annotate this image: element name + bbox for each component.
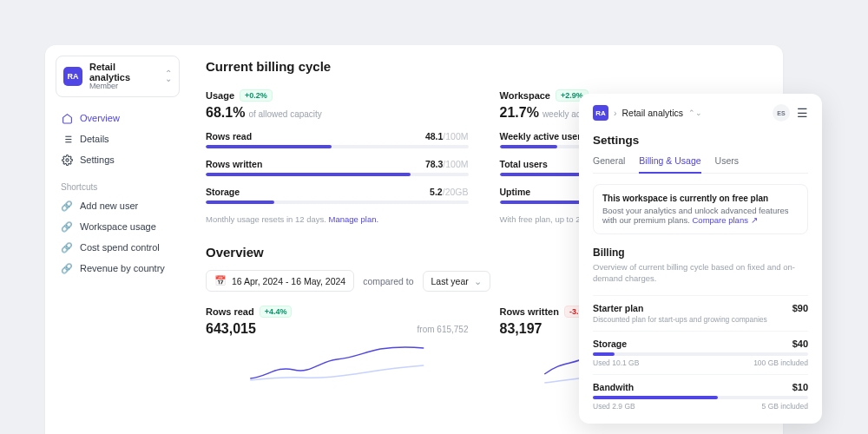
link-icon: 🔗 xyxy=(61,262,73,274)
workspace-badge: RA xyxy=(63,67,82,86)
chevron-down-icon: ⌄ xyxy=(474,276,482,286)
usage-note: Monthly usage resets in 12 days. Manage … xyxy=(206,214,469,224)
breadcrumb-name: Retail analytics xyxy=(622,108,684,118)
nav-label: Details xyxy=(80,134,109,144)
storage-usage-bar xyxy=(593,352,808,356)
link-icon: 🔗 xyxy=(61,220,73,233)
chevron-updown-icon: ⌃⌄ xyxy=(165,71,172,82)
workspace-label: Workspace xyxy=(500,90,551,101)
calendar-icon: 📅 xyxy=(214,275,227,286)
svg-point-6 xyxy=(65,158,68,161)
rows-read-sparkline xyxy=(206,344,469,387)
plan-starter: Starter plan Discounted plan for start-u… xyxy=(593,295,808,331)
settings-tabs: General Billing & Usage Users xyxy=(593,155,808,174)
rows-read-bar xyxy=(206,145,469,148)
gear-icon xyxy=(61,154,73,166)
shortcut-revenue[interactable]: 🔗Revenue by country xyxy=(56,258,180,279)
home-icon xyxy=(61,112,73,124)
page-title: Current billing cycle xyxy=(206,59,762,74)
shortcut-workspace-usage[interactable]: 🔗Workspace usage xyxy=(56,216,180,237)
chevron-updown-icon[interactable]: ⌃⌄ xyxy=(688,108,702,117)
nav-label: Settings xyxy=(80,155,115,165)
workspace-badge-small: RA xyxy=(593,105,608,121)
avatar[interactable]: ES xyxy=(773,104,790,122)
billing-sub: Overview of current billing cycle based … xyxy=(593,261,808,285)
shortcut-cost-spend[interactable]: 🔗Cost spend control xyxy=(56,237,180,258)
nav-overview[interactable]: Overview xyxy=(56,108,180,128)
usage-sub: of allowed capacity xyxy=(248,109,322,119)
date-range-picker[interactable]: 📅16 Apr, 2024 - 16 May, 2024 xyxy=(206,270,354,292)
rows-read-from: from 615,752 xyxy=(418,325,469,334)
manage-plan-link[interactable]: Manage plan. xyxy=(329,214,379,224)
plan-storage: Storage $40 Used 10.1 GB100 GB included xyxy=(593,331,808,374)
breadcrumb-separator: › xyxy=(614,108,617,118)
compare-period-select[interactable]: Last year⌄ xyxy=(423,271,490,292)
rows-read-delta: +4.4% xyxy=(260,306,293,318)
settings-title: Settings xyxy=(593,134,808,147)
nav-label: Overview xyxy=(80,113,120,123)
bandwidth-usage-bar xyxy=(593,396,808,399)
free-plan-banner: This workspace is currently on free plan… xyxy=(593,184,808,234)
nav-settings[interactable]: Settings xyxy=(56,149,180,170)
compare-plans-link[interactable]: Compare plans ↗ xyxy=(693,215,758,225)
billing-heading: Billing xyxy=(593,247,808,259)
tab-general[interactable]: General xyxy=(593,155,625,174)
rows-written-bar xyxy=(206,173,469,176)
workspace-value: 21.7% xyxy=(500,105,539,120)
usage-label: Usage xyxy=(206,90,234,101)
menu-icon[interactable]: ☰ xyxy=(797,106,808,120)
tab-users[interactable]: Users xyxy=(715,155,739,174)
workspace-name: Retail analytics xyxy=(89,62,158,82)
list-icon xyxy=(61,133,73,145)
workspace-switcher[interactable]: RA Retail analytics Member ⌃⌄ xyxy=(56,56,180,97)
link-icon: 🔗 xyxy=(61,200,73,212)
sidebar: RA Retail analytics Member ⌃⌄ Overview D… xyxy=(45,45,190,434)
nav-details[interactable]: Details xyxy=(56,128,180,149)
shortcut-add-user[interactable]: 🔗Add new user xyxy=(56,195,180,216)
storage-bar xyxy=(206,201,469,204)
workspace-role: Member xyxy=(89,82,158,91)
banner-title: This workspace is currently on free plan xyxy=(602,194,799,203)
plan-bandwidth: Bandwith $10 Used 2.9 GB5 GB included xyxy=(593,374,808,418)
settings-panel: RA › Retail analytics ⌃⌄ ES ☰ Settings G… xyxy=(579,94,822,424)
tab-billing[interactable]: Billing & Usage xyxy=(639,155,700,174)
usage-delta-badge: +0.2% xyxy=(240,89,273,102)
link-icon: 🔗 xyxy=(61,241,73,253)
shortcuts-heading: Shortcuts xyxy=(56,170,180,195)
usage-value: 68.1% xyxy=(206,105,245,120)
